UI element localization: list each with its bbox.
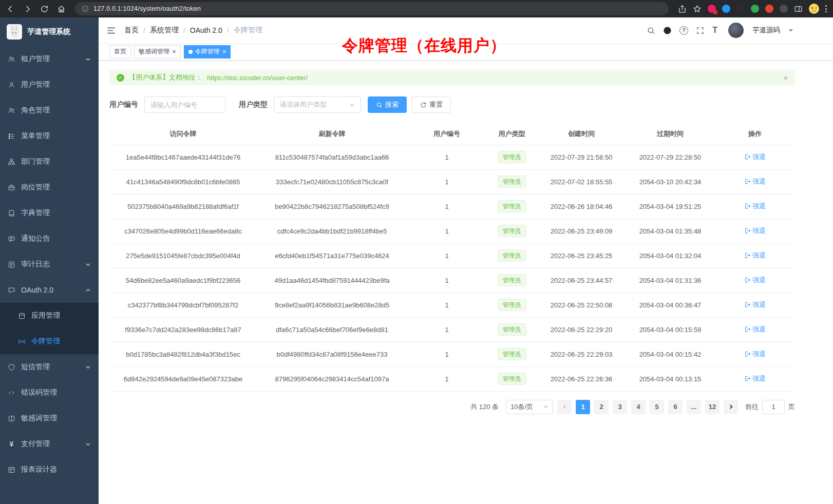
sidebar-item-dict[interactable]: 字典管理 [0, 200, 99, 226]
page-size-select[interactable]: 10条/页 [506, 400, 553, 414]
back-icon[interactable] [6, 5, 15, 13]
close-icon[interactable]: × [172, 48, 176, 55]
force-logout-button[interactable]: 强退 [744, 251, 766, 260]
browser-profile-avatar[interactable] [809, 4, 819, 14]
extension-icon-1[interactable] [708, 5, 716, 13]
user-avatar[interactable] [728, 23, 744, 38]
help-icon[interactable]: ? [679, 26, 688, 35]
username[interactable]: 芋道源码 [752, 26, 780, 35]
search-button[interactable]: 搜索 [368, 96, 407, 113]
fullscreen-icon[interactable] [696, 26, 705, 35]
menu-icon [8, 132, 15, 140]
user-icon [8, 81, 15, 89]
breadcrumb-oauth[interactable]: OAuth 2.0 [190, 26, 222, 34]
url-text[interactable]: 127.0.0.1:1024/system/oauth2/token [93, 5, 201, 12]
force-logout-button[interactable]: 强退 [744, 202, 766, 211]
dict-icon [8, 209, 15, 217]
app-manage-icon [18, 312, 26, 320]
goto-page-input[interactable] [762, 400, 785, 414]
table-row: 41c41346a548490f9dc8b01c6bfe0865 333ecfc… [109, 169, 795, 194]
sidebar-item-post[interactable]: 岗位管理 [0, 175, 99, 200]
sidebar-item-sms[interactable]: 短信管理 [0, 354, 99, 380]
page-button-2[interactable]: 2 [594, 400, 609, 414]
sidebar-item-audit-log[interactable]: 审计日志 [0, 251, 99, 277]
share-icon[interactable] [678, 5, 687, 13]
tab-sensitive-words[interactable]: 敏感词管理 × [134, 45, 181, 59]
table-row: 54d6be82ee5a460a9aedc1f9bf223656 49d1aa4… [109, 268, 795, 293]
sidebar-item-error-code[interactable]: 错误码管理 [0, 380, 99, 405]
sidebar-item-sensitive-words[interactable]: 敏感词管理 [0, 405, 99, 431]
close-icon[interactable]: × [222, 48, 226, 55]
force-logout-button[interactable]: 强退 [744, 276, 766, 285]
bookmark-star-icon[interactable] [693, 5, 702, 13]
address-bar[interactable]: 127.0.0.1:1024/system/oauth2/token [75, 2, 669, 15]
page-button-6[interactable]: 6 [668, 400, 683, 414]
next-page-button[interactable] [724, 400, 738, 414]
page-ellipsis[interactable]: ... [687, 400, 701, 414]
page-button-12[interactable]: 12 [705, 400, 720, 414]
sidebar-item-oauth[interactable]: OAuth 2.0 [0, 277, 99, 303]
sidebar-item-app-manage[interactable]: 应用管理 [0, 303, 99, 328]
force-logout-button[interactable]: 强退 [744, 325, 766, 334]
sidebar-item-notice[interactable]: 通知公告 [0, 226, 99, 251]
tab-home[interactable]: 首页 [109, 45, 131, 59]
audit-log-icon [8, 261, 15, 268]
sidebar-item-menu[interactable]: 菜单管理 [0, 123, 99, 149]
github-icon[interactable] [663, 26, 672, 35]
chevron-down-icon [85, 441, 91, 447]
hamburger-icon[interactable] [106, 26, 116, 35]
user-type-select[interactable]: 请选择用户类型 [274, 96, 361, 113]
reload-icon[interactable] [40, 5, 49, 13]
force-logout-button[interactable]: 强退 [744, 177, 766, 186]
sidebar-item-payment[interactable]: ¥ 支付管理 [0, 431, 99, 457]
sidebar-item-token-manage[interactable]: 令牌管理 [0, 328, 99, 354]
breadcrumb-home[interactable]: 首页 [124, 26, 139, 35]
reset-button[interactable]: 重置 [412, 96, 451, 113]
search-icon[interactable] [647, 26, 655, 35]
forward-icon[interactable] [23, 5, 32, 13]
sidebar-item-role[interactable]: 角色管理 [0, 98, 99, 123]
sms-icon [8, 363, 15, 371]
user-no-input[interactable] [144, 96, 225, 113]
extension-icon-5[interactable] [765, 5, 773, 13]
force-logout-button[interactable]: 强退 [744, 152, 766, 162]
sidebar-item-report-designer[interactable]: 报表设计器 [0, 457, 99, 482]
page-button-4[interactable]: 4 [631, 400, 646, 414]
doc-link[interactable]: https://doc.iocoder.cn/user-center/ [207, 74, 308, 82]
page-button-1[interactable]: 1 [576, 400, 590, 414]
force-logout-button[interactable]: 强退 [744, 374, 766, 383]
goto-label: 前往 [745, 402, 759, 412]
chevron-down-icon [85, 56, 91, 62]
extension-icon-4[interactable] [751, 5, 759, 13]
sidebar-item-dept[interactable]: 部门管理 [0, 149, 99, 175]
force-logout-button[interactable]: 强退 [744, 300, 766, 309]
app-logo[interactable]: 芋道管理系统 [0, 17, 99, 46]
sidebar-item-tenant[interactable]: 租户管理 [0, 46, 99, 72]
payment-icon: ¥ [8, 440, 15, 448]
force-logout-button[interactable]: 强退 [744, 226, 766, 236]
extension-icon-2[interactable] [722, 5, 730, 13]
extension-icon-3[interactable] [736, 5, 745, 13]
tab-token-manage[interactable]: 令牌管理 × [184, 45, 231, 59]
split-view-icon[interactable] [794, 5, 803, 13]
user-type-tag: 管理员 [498, 373, 526, 385]
extension-icon-6[interactable] [780, 5, 788, 13]
page-button-3[interactable]: 3 [613, 400, 627, 414]
caret-down-icon[interactable] [789, 29, 793, 32]
sidebar-item-user[interactable]: 用户管理 [0, 72, 99, 98]
breadcrumb-system[interactable]: 系统管理 [150, 26, 179, 35]
home-icon[interactable] [57, 5, 66, 13]
alert-close-icon[interactable]: × [783, 73, 788, 82]
doc-alert: ✓ 【用户体系】文档地址： https://doc.iocoder.cn/use… [109, 70, 795, 85]
goto-suffix: 页 [788, 402, 795, 412]
prev-page-button[interactable] [557, 400, 572, 414]
chevron-right-icon [728, 404, 734, 410]
site-info-icon[interactable] [82, 5, 89, 12]
user-type-tag: 管理员 [498, 299, 526, 311]
error-code-icon [8, 389, 15, 397]
force-logout-button[interactable]: 强退 [744, 350, 766, 359]
user-type-tag: 管理员 [498, 225, 526, 237]
page-button-5[interactable]: 5 [650, 400, 664, 414]
font-size-icon[interactable]: T [712, 26, 717, 35]
browser-menu-icon[interactable] [825, 5, 827, 12]
